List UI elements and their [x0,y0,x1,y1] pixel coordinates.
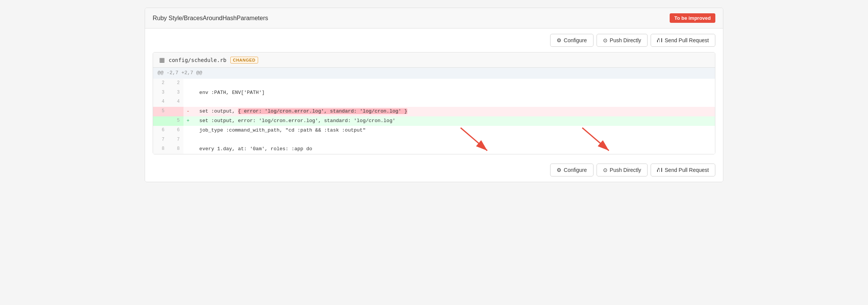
line-text: set :output, { error: 'log/cron.error.lo… [193,108,407,114]
new-line-num: 5 [168,116,183,126]
old-line-num: 3 [153,88,168,98]
send-pull-request-button-top[interactable]: ⛙ Send Pull Request [651,34,715,47]
to-be-improved-badge: To be improved [670,13,715,23]
page-wrapper: Ruby Style/BracesAroundHashParameters To… [145,8,723,182]
line-content [183,79,715,88]
new-line-num: 8 [168,145,183,154]
line-sign [187,98,193,106]
line-content: env :PATH, ENV['PATH'] [183,88,715,98]
line-content [183,135,715,145]
page-title: Ruby Style/BracesAroundHashParameters [153,15,268,22]
line-content: + set :output, error: 'log/cron.error.lo… [183,116,715,126]
gear-icon-bottom: ⚙ [557,167,562,173]
configure-label-top: Configure [564,37,587,43]
file-name: config/schedule.rb [169,57,227,63]
line-sign [187,145,193,153]
line-text: job_type :command_with_path, "cd :path &… [193,127,365,133]
top-toolbar: ⚙ Configure ⊙ Push Directly ⛙ Send Pull … [145,29,723,52]
diff-hunk-row: @@ -2,7 +2,7 @@ [153,68,715,79]
new-line-num: 3 [168,88,183,98]
page-header: Ruby Style/BracesAroundHashParameters To… [145,8,723,29]
table-row: 66 job_type :command_with_path, "cd :pat… [153,126,715,135]
send-pull-request-button-bottom[interactable]: ⛙ Send Pull Request [651,164,715,176]
send-pull-request-label-bottom: Send Pull Request [665,167,709,173]
line-content: - set :output, { error: 'log/cron.error.… [183,107,715,116]
line-text [193,137,199,143]
changed-badge: CHANGED [230,57,258,64]
line-text [193,80,199,86]
table-row: 5+ set :output, error: 'log/cron.error.l… [153,116,715,126]
configure-label-bottom: Configure [564,167,587,173]
table-row: 22 [153,79,715,88]
old-line-num: 4 [153,97,168,107]
table-row: 44 [153,97,715,107]
new-line-num: 7 [168,135,183,145]
gear-icon: ⚙ [557,37,562,43]
configure-button-bottom[interactable]: ⚙ Configure [550,164,594,176]
old-line-num: 6 [153,126,168,135]
old-line-num: 8 [153,145,168,154]
line-sign: + [187,117,193,125]
line-sign [187,136,193,144]
configure-button-top[interactable]: ⚙ Configure [550,34,594,47]
old-line-num: 7 [153,135,168,145]
pull-request-icon-top: ⛙ [657,37,662,43]
diff-table: @@ -2,7 +2,7 @@ 22 33 env :PATH, ENV['PA… [153,68,715,154]
line-sign: - [187,108,193,116]
push-directly-label-top: Push Directly [610,37,641,43]
table-row: 77 [153,135,715,145]
push-directly-button-bottom[interactable]: ⊙ Push Directly [597,164,648,176]
new-line-num: 4 [168,97,183,107]
new-line-num [168,107,183,116]
table-row: 33 env :PATH, ENV['PATH'] [153,88,715,98]
old-line-num [153,116,168,126]
file-icon: ▦ [159,56,165,64]
new-line-num: 6 [168,126,183,135]
table-row: 88 every 1.day, at: '0am', roles: :app d… [153,145,715,154]
line-text [193,99,199,105]
file-panel: ▦ config/schedule.rb CHANGED @@ -2,7 +2,… [153,52,715,154]
line-sign [187,79,193,87]
new-line-num: 2 [168,79,183,88]
line-text: set :output, error: 'log/cron.error.log'… [193,118,396,124]
hunk-header: @@ -2,7 +2,7 @@ [153,68,715,79]
line-content [183,97,715,107]
old-line-num: 2 [153,79,168,88]
push-icon-bottom: ⊙ [603,167,608,173]
line-sign [187,127,193,135]
file-header: ▦ config/schedule.rb CHANGED [153,52,715,68]
push-directly-label-bottom: Push Directly [610,167,641,173]
line-content: job_type :command_with_path, "cd :path &… [183,126,715,135]
table-row: 5- set :output, { error: 'log/cron.error… [153,107,715,116]
bottom-toolbar: ⚙ Configure ⊙ Push Directly ⛙ Send Pull … [145,158,723,182]
line-content: every 1.day, at: '0am', roles: :app do [183,145,715,154]
push-directly-button-top[interactable]: ⊙ Push Directly [597,34,648,47]
old-line-num: 5 [153,107,168,116]
line-sign [187,89,193,97]
send-pull-request-label-top: Send Pull Request [665,37,709,43]
pull-request-icon-bottom: ⛙ [657,167,662,173]
push-icon-top: ⊙ [603,37,608,43]
line-text: env :PATH, ENV['PATH'] [193,90,265,95]
line-text: every 1.day, at: '0am', roles: :app do [193,146,312,152]
